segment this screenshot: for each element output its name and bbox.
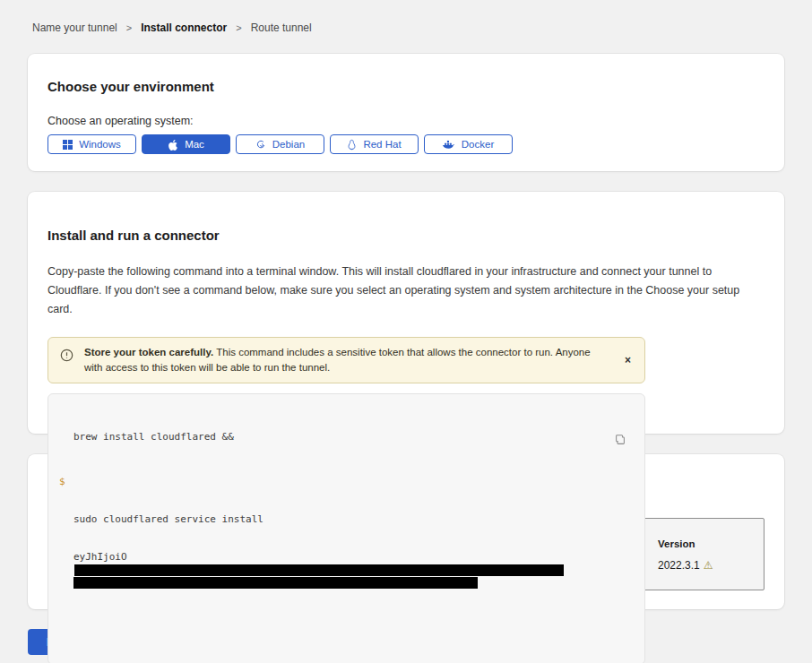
token-warning-banner: Store your token carefully. This command… — [48, 337, 645, 383]
breadcrumb-separator: > — [126, 22, 132, 33]
token-prefix: eyJhIjoiO — [73, 551, 127, 563]
install-command-code-block: brew install cloudflared && $ sudo cloud… — [48, 393, 645, 663]
page-content: Choose your environment Choose an operat… — [28, 54, 784, 609]
environment-card: Choose your environment Choose an operat… — [28, 54, 784, 171]
info-circle-icon — [60, 349, 73, 366]
copy-icon[interactable] — [587, 420, 626, 462]
os-button-label: Mac — [185, 139, 204, 150]
os-button-label: Debian — [272, 139, 305, 150]
code-line-2: sudo cloudflared service install — [73, 513, 603, 526]
warning-bold-text: Store your token carefully. — [84, 347, 213, 357]
os-button-group: Windows Mac Debian Red Hat — [48, 134, 764, 154]
redacted-token-bar — [73, 577, 478, 589]
breadcrumb-route-tunnel[interactable]: Route tunnel — [251, 22, 312, 34]
close-icon[interactable]: × — [625, 355, 631, 366]
os-button-label: Red Hat — [363, 139, 401, 150]
breadcrumb-name-your-tunnel[interactable]: Name your tunnel — [32, 22, 117, 34]
os-button-label: Windows — [79, 139, 121, 150]
version-warning-icon: ⚠ — [704, 559, 713, 572]
os-select-label: Choose an operating system: — [48, 115, 764, 127]
shell-prompt: $ — [59, 476, 65, 488]
os-button-mac[interactable]: Mac — [142, 134, 230, 154]
install-card-title: Install and run a connector — [48, 228, 764, 243]
install-description: Copy-paste the following command into a … — [48, 263, 760, 319]
breadcrumb-install-connector[interactable]: Install connector — [141, 22, 227, 34]
environment-card-title: Choose your environment — [48, 79, 764, 94]
breadcrumb: Name your tunnel > Install connector > R… — [0, 0, 812, 34]
os-button-docker[interactable]: Docker — [424, 134, 513, 154]
redacted-token-bar — [74, 564, 564, 576]
breadcrumb-separator: > — [236, 22, 241, 33]
redhat-icon — [347, 139, 357, 151]
version-value: 2022.3.1 — [658, 559, 700, 572]
apple-icon — [168, 139, 178, 151]
debian-icon — [255, 139, 266, 150]
os-button-label: Docker — [462, 139, 494, 150]
os-button-debian[interactable]: Debian — [236, 134, 324, 154]
windows-icon — [63, 140, 73, 150]
os-button-redhat[interactable]: Red Hat — [330, 134, 419, 154]
docker-icon — [443, 140, 455, 150]
install-connector-card: Install and run a connector Copy-paste t… — [28, 192, 784, 434]
code-line-3: eyJhIjoiO — [73, 551, 603, 589]
cell-version: 2022.3.1⚠ — [658, 559, 764, 572]
code-line-1: brew install cloudflared && — [73, 431, 603, 443]
header-version: Version — [658, 538, 764, 549]
code-line-2-wrap: $ sudo cloudflared service install eyJhI… — [73, 476, 603, 614]
os-button-windows[interactable]: Windows — [48, 134, 136, 154]
